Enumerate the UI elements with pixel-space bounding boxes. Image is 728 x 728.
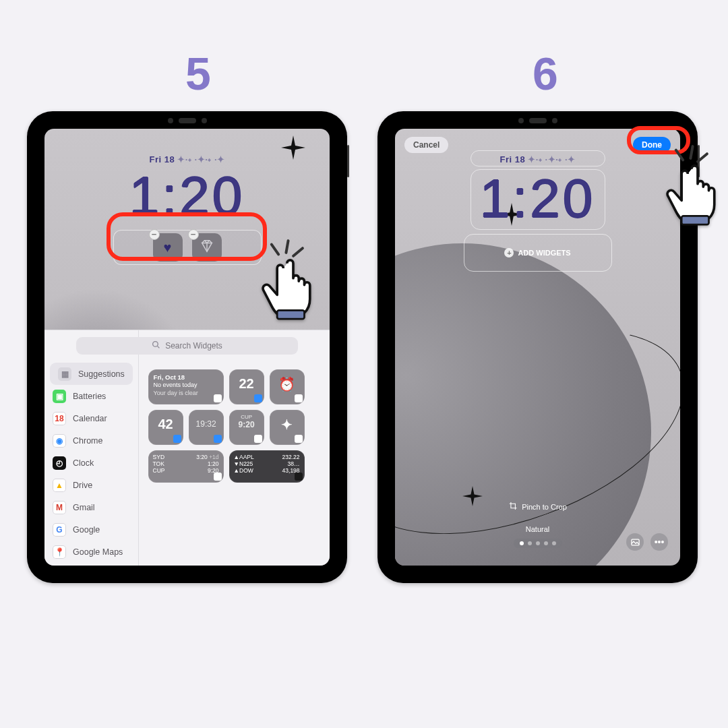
app-icon: ▲: [53, 479, 66, 492]
lock-time: 1:20: [129, 165, 245, 227]
sidebar-item-calendar[interactable]: 18Calendar: [44, 407, 138, 429]
suggestions-grid: Fri, Oct 18 No events today Your day is …: [139, 330, 330, 566]
sidebar-item-batteries[interactable]: ▣Batteries: [44, 385, 138, 407]
sidebar-item-label: Suggestions: [78, 369, 125, 379]
sidebar-item-chrome[interactable]: ◉Chrome: [44, 429, 138, 452]
sidebar-item-label: Chrome: [73, 436, 102, 446]
lockscreen-step6: Cancel Done Fri 18 ✦·˖ ·✦·˖ ·✦ 1:20 ADD …: [395, 129, 680, 566]
app-badge-icon: [295, 473, 303, 481]
app-icon: G: [53, 523, 66, 537]
app-icon: 18: [53, 412, 66, 425]
add-widgets-button[interactable]: ADD WIDGETS: [464, 234, 612, 272]
svg-point-0: [153, 342, 158, 347]
app-icon: M: [53, 501, 66, 514]
remove-widget-icon[interactable]: −: [149, 229, 160, 240]
svg-rect-1: [277, 310, 304, 319]
tile-clock-time: 19:32: [189, 419, 224, 429]
sidebar-item-label: Calendar: [73, 414, 107, 423]
lock-time: 1:20: [480, 168, 596, 230]
search-placeholder: Search Widgets: [165, 341, 222, 351]
sensor-bar: [518, 118, 557, 123]
crop-icon: [508, 502, 517, 512]
sidebar-item-drive[interactable]: ▲Drive: [44, 474, 138, 496]
tap-gesture-icon: [661, 152, 728, 226]
tile-health-sparkle[interactable]: ✦: [270, 410, 305, 445]
tap-gesture-icon: [256, 246, 330, 320]
sidebar-item-label: Batteries: [73, 392, 106, 401]
app-badge-icon: [254, 435, 262, 443]
widget-category-sidebar: ▦Suggestions▣Batteries18Calendar◉Chrome◴…: [44, 330, 139, 566]
sidebar-item-health[interactable]: ♥Health: [44, 563, 138, 566]
app-badge-icon: [295, 394, 303, 402]
remove-widget-icon[interactable]: −: [188, 229, 199, 240]
lock-date-text: Fri 18: [500, 154, 526, 164]
lock-date: Fri 18 ✦·˖ ·✦·˖ ·✦: [500, 154, 576, 164]
sidebar-item-label: Google Maps: [73, 547, 123, 557]
sidebar-item-label: Gmail: [73, 503, 95, 512]
lock-date: Fri 18 ✦·˖ ·✦·˖ ·✦: [150, 154, 225, 164]
tile-cup-920[interactable]: CUP9:20: [229, 410, 264, 445]
svg-rect-3: [681, 216, 708, 224]
widget-diamond[interactable]: −: [192, 233, 222, 262]
tile-calendar-line3: Your day is clear: [154, 390, 198, 396]
tile-world-clock[interactable]: SYD3:20 +1dTOK1:20CUP9:20: [148, 450, 224, 483]
tile-calendar-line2: No events today: [154, 382, 198, 388]
sidebar-item-suggestions[interactable]: ▦Suggestions: [50, 363, 133, 385]
app-badge-icon: [214, 435, 222, 443]
sidebar-item-label: Drive: [73, 481, 92, 490]
alarm-icon: ⏰: [270, 376, 305, 392]
app-badge-icon: [214, 394, 222, 402]
lock-date-text: Fri 18: [150, 154, 175, 164]
done-button[interactable]: Done: [633, 137, 671, 153]
lock-date-decor: ✦·˖ ·✦·˖ ·✦: [177, 154, 224, 164]
lock-date-decor: ✦·˖ ·✦·˖ ·✦: [528, 154, 575, 164]
cancel-button[interactable]: Cancel: [404, 137, 448, 153]
sidebar-item-label: Clock: [73, 458, 94, 468]
sidebar-item-clock[interactable]: ◴Clock: [44, 452, 138, 474]
sensor-bar: [168, 118, 207, 123]
sparkle-icon: [281, 135, 305, 160]
tile-alarm[interactable]: ⏰: [270, 369, 305, 404]
widget-picker-panel: Search Widgets ▦Suggestions▣Batteries18C…: [44, 330, 330, 566]
tile-weather-22[interactable]: 22: [229, 369, 264, 404]
sidebar-item-google-maps[interactable]: 📍Google Maps: [44, 541, 138, 563]
sidebar-item-label: Google: [73, 525, 100, 535]
tile-weather-42[interactable]: 42: [148, 410, 183, 445]
sparkle-icon: [462, 486, 483, 506]
sparkle-icon: ✦: [270, 417, 305, 433]
ipad-frame-step6: Cancel Done Fri 18 ✦·˖ ·✦·˖ ·✦ 1:20 ADD …: [377, 111, 698, 583]
sidebar-item-gmail[interactable]: MGmail: [44, 496, 138, 518]
photos-button[interactable]: [626, 533, 644, 551]
app-badge-icon: [254, 394, 262, 402]
tile-weather-value: 42: [148, 417, 183, 432]
widget-strip[interactable]: − ♥ −: [113, 230, 262, 265]
tile-calendar-date: Fri, Oct 18: [154, 373, 185, 381]
search-input[interactable]: Search Widgets: [76, 337, 299, 355]
more-button[interactable]: •••: [650, 533, 668, 551]
app-icon: ◴: [53, 456, 66, 470]
filter-label: Natural: [526, 525, 549, 533]
pinch-to-crop-label: Pinch to Crop: [508, 502, 567, 512]
widget-heart[interactable]: − ♥: [153, 233, 183, 262]
pinch-text: Pinch to Crop: [522, 503, 567, 511]
step-number-6: 6: [533, 47, 558, 100]
tile-weather-value: 22: [229, 376, 264, 392]
app-badge-icon: [295, 435, 303, 443]
diamond-icon: [200, 239, 214, 256]
tile-stocks[interactable]: ▲AAPL232.22▼N22538…▲DOW43,198: [229, 450, 305, 483]
lockscreen-step5: Fri 18 ✦·˖ ·✦·˖ ·✦ 1:20 − ♥ − Sea: [44, 129, 330, 566]
filter-pager-dots[interactable]: [514, 539, 562, 548]
sidebar-item-google[interactable]: GGoogle: [44, 518, 138, 541]
heart-icon: ♥: [164, 240, 172, 255]
app-badge-icon: [173, 435, 181, 443]
tile-clock-1932[interactable]: 19:32: [189, 410, 224, 445]
app-badge-icon: [214, 473, 222, 481]
app-icon: ▣: [53, 390, 66, 403]
app-icon: ◉: [53, 434, 66, 448]
step-number-5: 5: [185, 47, 211, 100]
search-icon: [152, 340, 160, 351]
tile-calendar[interactable]: Fri, Oct 18 No events today Your day is …: [148, 369, 224, 404]
app-icon: ▦: [58, 367, 71, 381]
ipad-frame-step5: Fri 18 ✦·˖ ·✦·˖ ·✦ 1:20 − ♥ − Sea: [27, 111, 347, 583]
add-widgets-label: ADD WIDGETS: [518, 249, 570, 257]
